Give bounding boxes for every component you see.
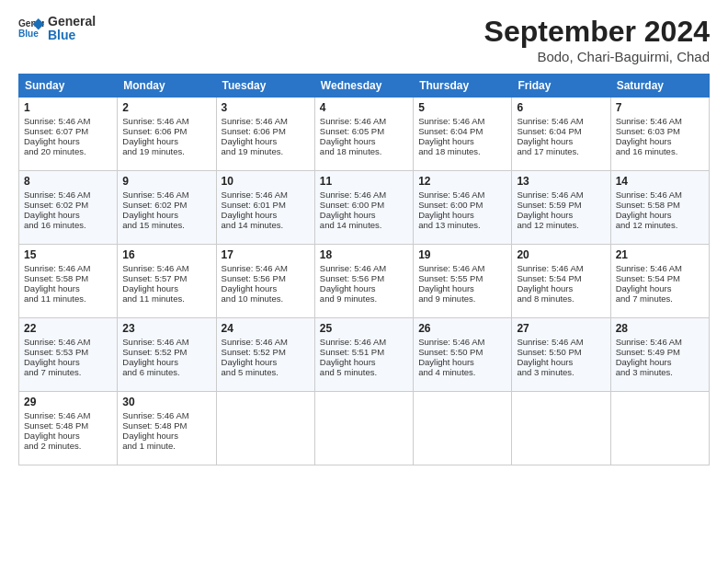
day-number: 4 bbox=[320, 101, 408, 114]
daylight-duration: and 18 minutes. bbox=[418, 146, 481, 156]
sunset-label: Sunset: 5:53 PM bbox=[24, 347, 88, 357]
table-row: 3 Sunrise: 5:46 AM Sunset: 6:06 PM Dayli… bbox=[216, 98, 314, 171]
table-row: 28 Sunrise: 5:46 AM Sunset: 5:49 PM Dayl… bbox=[610, 318, 709, 392]
daylight-duration: and 15 minutes. bbox=[122, 220, 185, 230]
week-row-4: 29 Sunrise: 5:46 AM Sunset: 5:48 PM Dayl… bbox=[19, 392, 710, 465]
daylight-label: Daylight hours bbox=[418, 136, 474, 146]
daylight-label: Daylight hours bbox=[122, 283, 178, 293]
daylight-label: Daylight hours bbox=[122, 357, 178, 367]
sunrise-label: Sunrise: 5:46 AM bbox=[418, 263, 484, 273]
logo-blue: Blue bbox=[48, 29, 96, 42]
day-number: 7 bbox=[616, 101, 704, 114]
table-row: 10 Sunrise: 5:46 AM Sunset: 6:01 PM Dayl… bbox=[216, 171, 314, 245]
sunrise-label: Sunrise: 5:46 AM bbox=[320, 263, 386, 273]
table-row: 17 Sunrise: 5:46 AM Sunset: 5:56 PM Dayl… bbox=[216, 245, 314, 318]
daylight-label: Daylight hours bbox=[222, 283, 278, 293]
daylight-label: Daylight hours bbox=[222, 136, 278, 146]
table-row: 29 Sunrise: 5:46 AM Sunset: 5:48 PM Dayl… bbox=[19, 392, 118, 465]
day-number: 13 bbox=[517, 175, 605, 188]
daylight-duration: and 5 minutes. bbox=[222, 367, 279, 377]
daylight-label: Daylight hours bbox=[616, 136, 672, 146]
sunrise-label: Sunrise: 5:46 AM bbox=[616, 116, 682, 126]
daylight-duration: and 6 minutes. bbox=[122, 367, 179, 377]
sunset-label: Sunset: 6:01 PM bbox=[222, 200, 286, 210]
table-row: 6 Sunrise: 5:46 AM Sunset: 6:04 PM Dayli… bbox=[512, 98, 610, 171]
sunset-label: Sunset: 6:00 PM bbox=[320, 200, 384, 210]
day-number: 12 bbox=[418, 175, 506, 188]
daylight-label: Daylight hours bbox=[616, 210, 672, 220]
sunset-label: Sunset: 6:06 PM bbox=[222, 126, 286, 136]
table-row: 23 Sunrise: 5:46 AM Sunset: 5:52 PM Dayl… bbox=[118, 318, 216, 392]
daylight-label: Daylight hours bbox=[418, 210, 474, 220]
daylight-duration: and 12 minutes. bbox=[616, 220, 678, 230]
col-thursday: Thursday bbox=[414, 75, 512, 98]
sunrise-label: Sunrise: 5:46 AM bbox=[320, 116, 386, 126]
table-row: 12 Sunrise: 5:46 AM Sunset: 6:00 PM Dayl… bbox=[414, 171, 512, 245]
daylight-duration: and 9 minutes. bbox=[418, 293, 475, 304]
day-number: 15 bbox=[24, 248, 112, 261]
col-sunday: Sunday bbox=[19, 75, 118, 98]
sunset-label: Sunset: 5:58 PM bbox=[24, 273, 88, 283]
table-row: 26 Sunrise: 5:46 AM Sunset: 5:50 PM Dayl… bbox=[414, 318, 512, 392]
table-row: 20 Sunrise: 5:46 AM Sunset: 5:54 PM Dayl… bbox=[512, 245, 610, 318]
daylight-duration: and 3 minutes. bbox=[616, 367, 673, 377]
sunset-label: Sunset: 5:50 PM bbox=[517, 347, 581, 357]
sunrise-label: Sunrise: 5:46 AM bbox=[122, 190, 188, 200]
daylight-label: Daylight hours bbox=[24, 357, 80, 367]
daylight-duration: and 7 minutes. bbox=[24, 367, 81, 377]
table-row: 11 Sunrise: 5:46 AM Sunset: 6:00 PM Dayl… bbox=[314, 171, 413, 245]
table-row: 15 Sunrise: 5:46 AM Sunset: 5:58 PM Dayl… bbox=[19, 245, 118, 318]
col-friday: Friday bbox=[512, 75, 610, 98]
sunset-label: Sunset: 5:51 PM bbox=[320, 347, 384, 357]
daylight-duration: and 19 minutes. bbox=[222, 146, 284, 156]
sunrise-label: Sunrise: 5:46 AM bbox=[418, 190, 484, 200]
sunrise-label: Sunrise: 5:46 AM bbox=[320, 190, 386, 200]
table-row: 16 Sunrise: 5:46 AM Sunset: 5:57 PM Dayl… bbox=[118, 245, 216, 318]
table-row: 27 Sunrise: 5:46 AM Sunset: 5:50 PM Dayl… bbox=[512, 318, 610, 392]
daylight-label: Daylight hours bbox=[616, 357, 672, 367]
daylight-label: Daylight hours bbox=[320, 357, 376, 367]
sunset-label: Sunset: 5:59 PM bbox=[517, 200, 581, 210]
daylight-duration: and 4 minutes. bbox=[418, 367, 475, 377]
sunrise-label: Sunrise: 5:46 AM bbox=[122, 337, 188, 347]
sunrise-label: Sunrise: 5:46 AM bbox=[122, 263, 188, 273]
daylight-duration: and 12 minutes. bbox=[517, 220, 579, 230]
daylight-label: Daylight hours bbox=[122, 136, 178, 146]
logo-icon: General Blue bbox=[18, 16, 44, 41]
sunrise-label: Sunrise: 5:46 AM bbox=[222, 337, 288, 347]
day-number: 30 bbox=[122, 396, 210, 408]
table-row bbox=[610, 392, 709, 465]
sunset-label: Sunset: 6:04 PM bbox=[517, 126, 581, 136]
page: General Blue General Blue September 2024… bbox=[0, 0, 728, 563]
sunrise-label: Sunrise: 5:46 AM bbox=[122, 116, 188, 126]
day-number: 11 bbox=[320, 175, 408, 188]
sunrise-label: Sunrise: 5:46 AM bbox=[418, 116, 484, 126]
table-row: 19 Sunrise: 5:46 AM Sunset: 5:55 PM Dayl… bbox=[414, 245, 512, 318]
daylight-duration: and 20 minutes. bbox=[24, 146, 86, 156]
day-number: 18 bbox=[320, 248, 408, 261]
sunrise-label: Sunrise: 5:46 AM bbox=[222, 263, 288, 273]
daylight-duration: and 14 minutes. bbox=[320, 220, 382, 230]
sunset-label: Sunset: 6:04 PM bbox=[418, 126, 483, 136]
daylight-label: Daylight hours bbox=[24, 283, 80, 293]
sunrise-label: Sunrise: 5:46 AM bbox=[616, 263, 682, 273]
daylight-duration: and 17 minutes. bbox=[517, 146, 579, 156]
day-number: 14 bbox=[616, 175, 704, 188]
day-number: 27 bbox=[517, 322, 605, 335]
table-row: 4 Sunrise: 5:46 AM Sunset: 6:05 PM Dayli… bbox=[314, 98, 413, 171]
table-row: 5 Sunrise: 5:46 AM Sunset: 6:04 PM Dayli… bbox=[414, 98, 512, 171]
day-number: 10 bbox=[222, 175, 310, 188]
week-row-1: 8 Sunrise: 5:46 AM Sunset: 6:02 PM Dayli… bbox=[19, 171, 710, 245]
col-wednesday: Wednesday bbox=[314, 75, 413, 98]
sunset-label: Sunset: 5:57 PM bbox=[122, 273, 187, 283]
table-row bbox=[414, 392, 512, 465]
col-monday: Monday bbox=[118, 75, 216, 98]
day-number: 19 bbox=[418, 248, 506, 261]
day-number: 22 bbox=[24, 322, 112, 335]
daylight-label: Daylight hours bbox=[222, 357, 278, 367]
sunrise-label: Sunrise: 5:46 AM bbox=[24, 410, 90, 420]
day-number: 25 bbox=[320, 322, 408, 335]
sunset-label: Sunset: 5:55 PM bbox=[418, 273, 483, 283]
daylight-label: Daylight hours bbox=[122, 431, 178, 441]
sunrise-label: Sunrise: 5:46 AM bbox=[320, 337, 386, 347]
